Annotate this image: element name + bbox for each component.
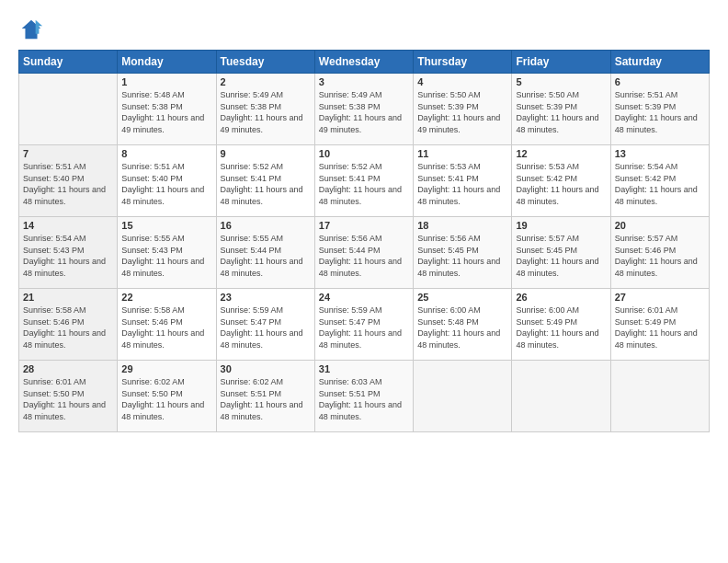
day-info: Sunrise: 5:55 AMSunset: 5:44 PMDaylight:…: [221, 233, 311, 279]
header-day-sunday: Sunday: [19, 51, 118, 74]
header-day-monday: Monday: [118, 51, 216, 74]
calendar-cell: 23 Sunrise: 5:59 AMSunset: 5:47 PMDaylig…: [216, 289, 314, 361]
day-info: Sunrise: 5:58 AMSunset: 5:46 PMDaylight:…: [23, 304, 113, 350]
day-number: 9: [221, 148, 311, 159]
calendar-cell: 18 Sunrise: 5:56 AMSunset: 5:45 PMDaylig…: [414, 217, 512, 289]
day-number: 20: [615, 220, 705, 231]
calendar-cell: 12 Sunrise: 5:53 AMSunset: 5:42 PMDaylig…: [512, 145, 610, 217]
calendar-cell: 26 Sunrise: 6:00 AMSunset: 5:49 PMDaylig…: [512, 289, 610, 361]
calendar-cell: 13 Sunrise: 5:54 AMSunset: 5:42 PMDaylig…: [610, 145, 709, 217]
day-info: Sunrise: 5:52 AMSunset: 5:41 PMDaylight:…: [319, 161, 409, 207]
calendar-cell: 2 Sunrise: 5:49 AMSunset: 5:38 PMDayligh…: [216, 74, 314, 145]
day-number: 12: [516, 148, 606, 159]
day-number: 8: [121, 148, 211, 159]
day-info: Sunrise: 5:53 AMSunset: 5:42 PMDaylight:…: [516, 161, 606, 207]
day-info: Sunrise: 6:00 AMSunset: 5:48 PMDaylight:…: [417, 304, 507, 350]
calendar-cell: 5 Sunrise: 5:50 AMSunset: 5:39 PMDayligh…: [512, 74, 610, 145]
calendar-cell: 29 Sunrise: 6:02 AMSunset: 5:50 PMDaylig…: [118, 361, 216, 432]
calendar-cell: [19, 74, 118, 145]
calendar-cell: 14 Sunrise: 5:54 AMSunset: 5:43 PMDaylig…: [19, 217, 118, 289]
calendar-cell: 11 Sunrise: 5:53 AMSunset: 5:41 PMDaylig…: [414, 145, 512, 217]
calendar-cell: 4 Sunrise: 5:50 AMSunset: 5:39 PMDayligh…: [414, 74, 512, 145]
day-number: 13: [615, 148, 705, 159]
day-info: Sunrise: 5:58 AMSunset: 5:46 PMDaylight:…: [121, 304, 211, 350]
day-number: 5: [516, 76, 606, 87]
day-number: 25: [417, 292, 507, 303]
day-number: 4: [417, 76, 507, 87]
day-info: Sunrise: 6:01 AMSunset: 5:49 PMDaylight:…: [615, 304, 705, 350]
day-number: 15: [121, 220, 211, 231]
calendar: SundayMondayTuesdayWednesdayThursdayFrid…: [18, 50, 710, 432]
day-number: 17: [319, 220, 409, 231]
header: [18, 17, 710, 42]
day-number: 22: [121, 292, 211, 303]
day-number: 19: [516, 220, 606, 231]
day-info: Sunrise: 5:53 AMSunset: 5:41 PMDaylight:…: [417, 161, 507, 207]
calendar-cell: 20 Sunrise: 5:57 AMSunset: 5:46 PMDaylig…: [610, 217, 709, 289]
day-number: 24: [319, 292, 409, 303]
calendar-cell: 27 Sunrise: 6:01 AMSunset: 5:49 PMDaylig…: [610, 289, 709, 361]
logo-icon: [18, 17, 44, 42]
calendar-cell: 21 Sunrise: 5:58 AMSunset: 5:46 PMDaylig…: [19, 289, 118, 361]
svg-marker-1: [36, 20, 42, 34]
header-day-thursday: Thursday: [414, 51, 512, 74]
day-info: Sunrise: 5:49 AMSunset: 5:38 PMDaylight:…: [319, 89, 409, 135]
calendar-cell: 19 Sunrise: 5:57 AMSunset: 5:45 PMDaylig…: [512, 217, 610, 289]
day-info: Sunrise: 6:00 AMSunset: 5:49 PMDaylight:…: [516, 304, 606, 350]
calendar-cell: 15 Sunrise: 5:55 AMSunset: 5:43 PMDaylig…: [118, 217, 216, 289]
page: SundayMondayTuesdayWednesdayThursdayFrid…: [0, 0, 728, 563]
day-number: 10: [319, 148, 409, 159]
calendar-cell: 17 Sunrise: 5:56 AMSunset: 5:44 PMDaylig…: [314, 217, 413, 289]
day-number: 2: [221, 76, 311, 87]
header-day-friday: Friday: [512, 51, 610, 74]
day-info: Sunrise: 5:57 AMSunset: 5:46 PMDaylight:…: [615, 233, 705, 279]
day-number: 7: [23, 148, 113, 159]
calendar-cell: 16 Sunrise: 5:55 AMSunset: 5:44 PMDaylig…: [216, 217, 314, 289]
header-day-saturday: Saturday: [610, 51, 709, 74]
day-number: 26: [516, 292, 606, 303]
header-day-tuesday: Tuesday: [216, 51, 314, 74]
logo: [18, 17, 48, 42]
calendar-cell: 3 Sunrise: 5:49 AMSunset: 5:38 PMDayligh…: [314, 74, 413, 145]
calendar-cell: 25 Sunrise: 6:00 AMSunset: 5:48 PMDaylig…: [414, 289, 512, 361]
day-number: 6: [615, 76, 705, 87]
calendar-cell: 1 Sunrise: 5:48 AMSunset: 5:38 PMDayligh…: [118, 74, 216, 145]
day-number: 29: [121, 363, 211, 374]
calendar-cell: 30 Sunrise: 6:02 AMSunset: 5:51 PMDaylig…: [216, 361, 314, 432]
calendar-header: SundayMondayTuesdayWednesdayThursdayFrid…: [19, 51, 710, 74]
calendar-body: 1 Sunrise: 5:48 AMSunset: 5:38 PMDayligh…: [19, 74, 710, 432]
calendar-cell: 9 Sunrise: 5:52 AMSunset: 5:41 PMDayligh…: [216, 145, 314, 217]
day-number: 11: [417, 148, 507, 159]
week-row-4: 28 Sunrise: 6:01 AMSunset: 5:50 PMDaylig…: [19, 361, 710, 432]
day-number: 16: [221, 220, 311, 231]
day-info: Sunrise: 5:51 AMSunset: 5:40 PMDaylight:…: [121, 161, 211, 207]
calendar-cell: 31 Sunrise: 6:03 AMSunset: 5:51 PMDaylig…: [314, 361, 413, 432]
calendar-cell: 28 Sunrise: 6:01 AMSunset: 5:50 PMDaylig…: [19, 361, 118, 432]
day-number: 14: [23, 220, 113, 231]
week-row-2: 14 Sunrise: 5:54 AMSunset: 5:43 PMDaylig…: [19, 217, 710, 289]
day-info: Sunrise: 5:54 AMSunset: 5:43 PMDaylight:…: [23, 233, 113, 279]
day-info: Sunrise: 5:52 AMSunset: 5:41 PMDaylight:…: [221, 161, 311, 207]
header-row: SundayMondayTuesdayWednesdayThursdayFrid…: [19, 51, 710, 74]
day-info: Sunrise: 5:57 AMSunset: 5:45 PMDaylight:…: [516, 233, 606, 279]
day-info: Sunrise: 6:02 AMSunset: 5:51 PMDaylight:…: [221, 376, 311, 422]
day-info: Sunrise: 5:55 AMSunset: 5:43 PMDaylight:…: [121, 233, 211, 279]
day-info: Sunrise: 5:51 AMSunset: 5:39 PMDaylight:…: [615, 89, 705, 135]
day-info: Sunrise: 5:56 AMSunset: 5:45 PMDaylight:…: [417, 233, 507, 279]
day-number: 18: [417, 220, 507, 231]
week-row-0: 1 Sunrise: 5:48 AMSunset: 5:38 PMDayligh…: [19, 74, 710, 145]
calendar-cell: [610, 361, 709, 432]
day-number: 3: [319, 76, 409, 87]
calendar-cell: 10 Sunrise: 5:52 AMSunset: 5:41 PMDaylig…: [314, 145, 413, 217]
week-row-1: 7 Sunrise: 5:51 AMSunset: 5:40 PMDayligh…: [19, 145, 710, 217]
day-info: Sunrise: 5:48 AMSunset: 5:38 PMDaylight:…: [121, 89, 211, 135]
calendar-cell: 8 Sunrise: 5:51 AMSunset: 5:40 PMDayligh…: [118, 145, 216, 217]
day-info: Sunrise: 6:02 AMSunset: 5:50 PMDaylight:…: [121, 376, 211, 422]
header-day-wednesday: Wednesday: [314, 51, 413, 74]
day-number: 27: [615, 292, 705, 303]
calendar-cell: [414, 361, 512, 432]
day-number: 23: [221, 292, 311, 303]
day-number: 21: [23, 292, 113, 303]
day-info: Sunrise: 5:50 AMSunset: 5:39 PMDaylight:…: [516, 89, 606, 135]
calendar-cell: 22 Sunrise: 5:58 AMSunset: 5:46 PMDaylig…: [118, 289, 216, 361]
